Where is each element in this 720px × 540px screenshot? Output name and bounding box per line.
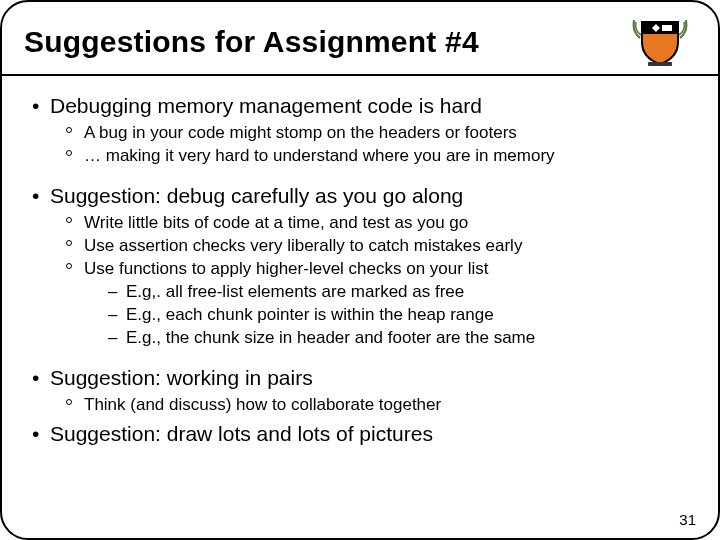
bullet-item: • Debugging memory management code is ha… [32, 94, 688, 118]
bullet-marker: • [32, 184, 50, 208]
princeton-shield-icon [630, 16, 690, 68]
sub-item: Think (and discuss) how to collaborate t… [66, 394, 688, 417]
sub-marker [66, 258, 84, 269]
dash-text: E.g., each chunk pointer is within the h… [126, 304, 494, 327]
slide-content: • Debugging memory management code is ha… [2, 76, 718, 460]
sub-list: A bug in your code might stomp on the he… [66, 122, 688, 168]
bullet-marker: • [32, 422, 50, 446]
sub-marker [66, 145, 84, 156]
dash-text: E.g., the chunk size in header and foote… [126, 327, 535, 350]
sub-item: A bug in your code might stomp on the he… [66, 122, 688, 145]
bullet-text: Suggestion: draw lots and lots of pictur… [50, 422, 433, 446]
sub-item: … making it very hard to understand wher… [66, 145, 688, 168]
sub-list: Think (and discuss) how to collaborate t… [66, 394, 688, 417]
bullet-item: • Suggestion: draw lots and lots of pict… [32, 422, 688, 446]
dash-marker: – [108, 304, 126, 327]
sub-item: Use functions to apply higher-level chec… [66, 258, 688, 350]
bullet-item: • Suggestion: debug carefully as you go … [32, 184, 688, 208]
dash-item: – E.g,. all free-list elements are marke… [108, 281, 535, 304]
dash-list: – E.g,. all free-list elements are marke… [108, 281, 535, 350]
bullet-text: Suggestion: debug carefully as you go al… [50, 184, 463, 208]
sub-list: Write little bits of code at a time, and… [66, 212, 688, 350]
sub-marker [66, 394, 84, 405]
sub-text: Think (and discuss) how to collaborate t… [84, 394, 441, 417]
sub-marker [66, 212, 84, 223]
sub-text: A bug in your code might stomp on the he… [84, 122, 517, 145]
title-row: Suggestions for Assignment #4 [2, 2, 718, 74]
svg-rect-1 [648, 62, 672, 66]
svg-rect-0 [662, 25, 672, 31]
bullet-item: • Suggestion: working in pairs [32, 366, 688, 390]
sub-item: Write little bits of code at a time, and… [66, 212, 688, 235]
slide-frame: Suggestions for Assignment #4 • Debuggin… [0, 0, 720, 540]
dash-item: – E.g., each chunk pointer is within the… [108, 304, 535, 327]
sub-marker [66, 122, 84, 133]
dash-text: E.g,. all free-list elements are marked … [126, 281, 464, 304]
dash-marker: – [108, 327, 126, 350]
dash-marker: – [108, 281, 126, 304]
dash-item: – E.g., the chunk size in header and foo… [108, 327, 535, 350]
sub-item: Use assertion checks very liberally to c… [66, 235, 688, 258]
bullet-text: Suggestion: working in pairs [50, 366, 313, 390]
sub-text: Use functions to apply higher-level chec… [84, 259, 488, 278]
bullet-text: Debugging memory management code is hard [50, 94, 482, 118]
sub-text: Write little bits of code at a time, and… [84, 212, 468, 235]
sub-text: … making it very hard to understand wher… [84, 145, 555, 168]
bullet-marker: • [32, 94, 50, 118]
sub-marker [66, 235, 84, 246]
sub-text: Use assertion checks very liberally to c… [84, 235, 522, 258]
bullet-marker: • [32, 366, 50, 390]
slide-title: Suggestions for Assignment #4 [24, 25, 630, 59]
page-number: 31 [679, 511, 696, 528]
